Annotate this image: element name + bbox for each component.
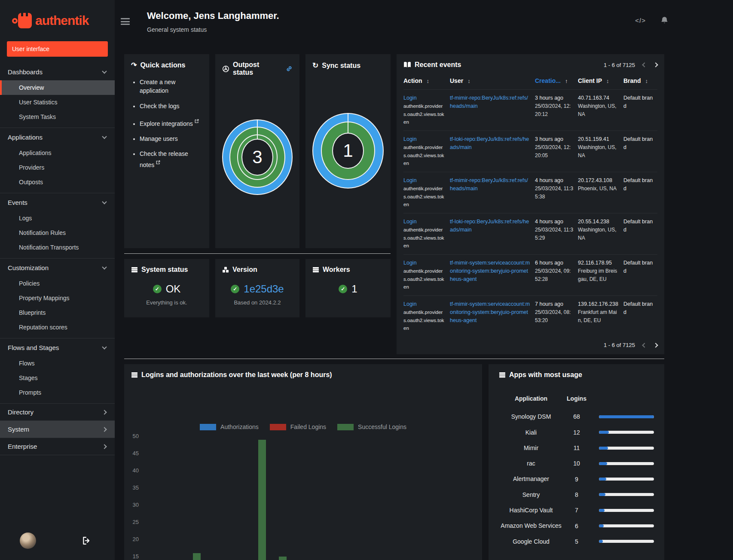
api-code-icon[interactable]: </> xyxy=(635,17,646,24)
pagination-prev-icon[interactable] xyxy=(642,62,647,67)
authentik-logo-icon xyxy=(12,13,32,28)
sidebar-item-notification-transports[interactable]: Notification Transports xyxy=(0,240,115,255)
sidebar-item-stages[interactable]: Stages xyxy=(0,371,115,385)
event-action-link[interactable]: Login xyxy=(403,301,417,307)
book-icon xyxy=(403,61,411,68)
list-item: Sentry 8 xyxy=(499,487,654,502)
sidebar-item-property-mappings[interactable]: Property Mappings xyxy=(0,291,115,305)
sidebar-item-overview[interactable]: Overview xyxy=(0,80,115,95)
logout-icon[interactable] xyxy=(82,536,91,545)
chevron-down-icon xyxy=(102,69,107,73)
sidebar-item-providers[interactable]: Providers xyxy=(0,160,115,175)
brand-logo[interactable]: authentik xyxy=(0,0,115,40)
sort-icon: ↕ xyxy=(467,78,470,84)
logins-chart-card: Logins and authorizations over the last … xyxy=(124,364,482,560)
event-action-link[interactable]: Login xyxy=(403,260,417,266)
pagination-next-icon[interactable] xyxy=(653,343,658,347)
system-status-card: System status ✓ OK Everything is ok. xyxy=(124,259,209,317)
chart-bar xyxy=(258,440,266,560)
quick-action-create-application[interactable]: Create a new application xyxy=(140,78,202,95)
nav-group-directory: Directory xyxy=(0,404,115,421)
table-row: Loginauthentik.providers.oauth2.views.to… xyxy=(403,131,657,172)
check-circle-icon: ✓ xyxy=(231,285,239,293)
cubes-icon xyxy=(222,266,229,273)
sidebar-item-notification-rules[interactable]: Notification Rules xyxy=(0,225,115,240)
outpost-count: 3 xyxy=(252,147,262,167)
pagination-next-icon[interactable] xyxy=(653,62,658,67)
external-link-icon xyxy=(195,117,199,125)
sidebar-item-applications[interactable]: Applications xyxy=(0,146,115,160)
event-user-link[interactable]: tf-loki-repo:BeryJu/k8s:ref:refs/heads/m… xyxy=(450,219,529,233)
quick-action-explore-integrations[interactable]: Explore integrations xyxy=(140,117,202,128)
sidebar-item-outposts[interactable]: Outposts xyxy=(0,175,115,189)
sync-status-card: ↻ Sync status 1 xyxy=(305,54,391,248)
pagination-range: 1 - 6 of 7125 xyxy=(604,62,635,68)
event-user-link[interactable]: tf-mimir-system:serviceaccount:monitorin… xyxy=(450,260,530,282)
event-user-link[interactable]: tf-mimir-repo:BeryJu/k8s:ref:refs/heads/… xyxy=(450,177,528,192)
nav-section-dashboards[interactable]: Dashboards xyxy=(0,64,115,80)
event-action-link[interactable]: Login xyxy=(403,95,417,101)
sort-icon: ↕ xyxy=(427,78,430,84)
sidebar-item-flows[interactable]: Flows xyxy=(0,356,115,371)
column-header-client-ip[interactable]: Client IP↕ xyxy=(578,73,623,90)
chart-bar xyxy=(279,557,287,560)
column-header-user[interactable]: User↕ xyxy=(450,73,535,90)
table-row: Loginauthentik.providers.oauth2.views.to… xyxy=(403,172,657,213)
nav-section-customization[interactable]: Customization xyxy=(0,259,115,276)
sidebar-item-reputation-scores[interactable]: Reputation scores xyxy=(0,320,115,335)
nav-section-system[interactable]: System xyxy=(0,421,115,438)
version-value[interactable]: 1e25d3e xyxy=(244,283,284,295)
quick-action-manage-users[interactable]: Manage users xyxy=(140,134,202,143)
sidebar-item-policies[interactable]: Policies xyxy=(0,276,115,291)
event-action-link[interactable]: Login xyxy=(403,177,417,183)
outpost-status-title: Outpost status xyxy=(233,61,279,76)
outpost-status-card: Outpost status 3 xyxy=(215,54,299,248)
column-header-brand[interactable]: Brand↕ xyxy=(623,73,657,90)
chart-bar xyxy=(193,553,201,560)
nav-section-events[interactable]: Events xyxy=(0,194,115,211)
quick-action-release-notes[interactable]: Check the release notes xyxy=(140,149,202,169)
quick-actions-list: Create a new application Check the logs … xyxy=(140,78,202,169)
usage-progress-bar xyxy=(599,493,654,496)
usage-progress-bar xyxy=(599,524,654,527)
nav-section-enterprise[interactable]: Enterprise xyxy=(0,438,115,455)
event-action-link[interactable]: Login xyxy=(403,219,417,225)
server-icon xyxy=(131,266,138,273)
logins-chart-title: Logins and authorizations over the last … xyxy=(141,371,332,379)
dashboard-content: ↷ Quick actions Create a new application… xyxy=(124,45,664,560)
chevron-right-icon xyxy=(102,427,107,432)
sidebar-item-logs[interactable]: Logs xyxy=(0,211,115,225)
sidebar-item-system-tasks[interactable]: System Tasks xyxy=(0,110,115,124)
sync-status-donut: 1 xyxy=(312,113,384,189)
sidebar-footer xyxy=(0,533,115,560)
link-icon[interactable] xyxy=(286,65,293,72)
sidebar-item-user-statistics[interactable]: User Statistics xyxy=(0,95,115,110)
pagination-range: 1 - 6 of 7125 xyxy=(604,342,635,348)
legend-swatch-red xyxy=(270,424,286,430)
user-avatar[interactable] xyxy=(20,533,36,549)
quick-action-check-logs[interactable]: Check the logs xyxy=(140,102,202,110)
column-header-action[interactable]: Action↕ xyxy=(403,73,450,90)
user-interface-button[interactable]: User interface xyxy=(7,41,108,57)
sidebar-item-prompts[interactable]: Prompts xyxy=(0,385,115,400)
event-user-link[interactable]: tf-mimir-repo:BeryJu/k8s:ref:refs/heads/… xyxy=(450,95,528,109)
nav-section-flows-and-stages[interactable]: Flows and Stages xyxy=(0,339,115,356)
chevron-down-icon xyxy=(102,199,107,204)
event-action-link[interactable]: Login xyxy=(403,136,417,142)
hamburger-menu-icon[interactable] xyxy=(121,18,130,25)
pagination-prev-icon[interactable] xyxy=(642,343,647,347)
list-item: rac 10 xyxy=(499,456,654,471)
notifications-bell-icon[interactable] xyxy=(660,16,669,24)
nav-section-applications[interactable]: Applications xyxy=(0,129,115,146)
outpost-icon xyxy=(222,65,229,73)
column-header-creation[interactable]: Creatio...↑ xyxy=(535,73,578,90)
sort-icon: ↕ xyxy=(606,78,609,84)
list-item: Google Cloud 5 xyxy=(499,534,654,549)
nav-section-directory[interactable]: Directory xyxy=(0,404,115,420)
usage-progress-bar xyxy=(599,431,654,434)
event-user-link[interactable]: tf-mimir-system:serviceaccount:monitorin… xyxy=(450,301,530,323)
sidebar-item-blueprints[interactable]: Blueprints xyxy=(0,305,115,320)
list-item: HashiCorp Vault 7 xyxy=(499,502,654,518)
sidebar: authentik User interface Dashboards Over… xyxy=(0,0,115,560)
event-user-link[interactable]: tf-loki-repo:BeryJu/k8s:ref:refs/heads/m… xyxy=(450,136,529,150)
